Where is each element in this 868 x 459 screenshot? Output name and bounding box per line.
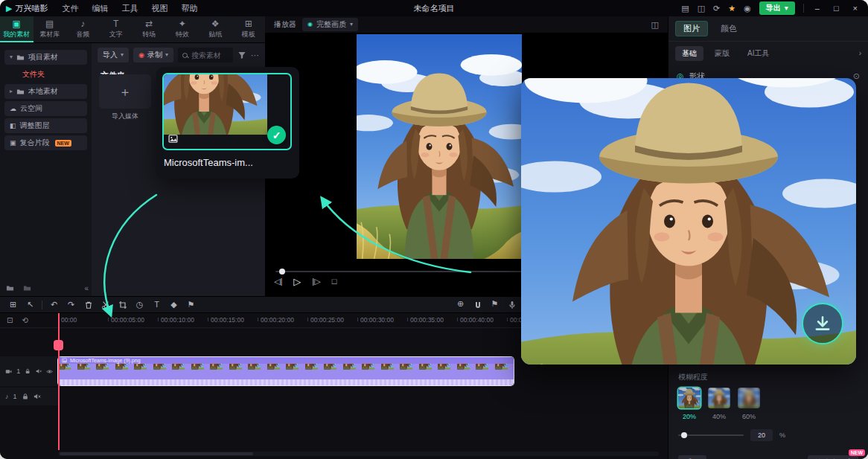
- timeline-scrollbar[interactable]: [58, 452, 659, 456]
- stop-icon[interactable]: □: [332, 277, 337, 286]
- maximize-button[interactable]: □: [831, 4, 842, 13]
- collapse-sidebar-icon[interactable]: «: [84, 285, 89, 292]
- blur-preset-20[interactable]: [678, 388, 701, 408]
- delete-folder-icon[interactable]: [23, 284, 31, 292]
- tab-label: 模板: [242, 30, 255, 39]
- sticker-icon: ❖: [211, 19, 220, 28]
- tab-color[interactable]: 颜色: [712, 21, 745, 36]
- import-media-tile[interactable]: ＋: [99, 74, 151, 109]
- mute-icon[interactable]: [36, 367, 42, 375]
- ruler-gutter: ⊡ ⟲: [0, 313, 58, 327]
- track-options-icon[interactable]: ⊡: [7, 317, 13, 324]
- undo-icon[interactable]: ↶: [45, 301, 63, 309]
- select-tool-icon[interactable]: ↖: [22, 301, 39, 309]
- clip-name: MicrosoftTeams-image (9).png: [70, 358, 141, 363]
- menu-file[interactable]: 文件: [55, 3, 85, 14]
- blur-preset-60[interactable]: [738, 388, 760, 408]
- tab-effects[interactable]: ✦特效: [166, 16, 200, 42]
- text-tool-icon[interactable]: T: [148, 301, 165, 309]
- mute-icon[interactable]: [33, 393, 41, 400]
- record-icon: ◉: [138, 52, 144, 59]
- import-label: 导入: [103, 50, 118, 60]
- sidebar-item-local-media[interactable]: ▸ 本地素材: [4, 84, 87, 99]
- tab-transitions[interactable]: ⇄转场: [133, 16, 166, 42]
- delete-icon[interactable]: [80, 300, 97, 309]
- menu-edit[interactable]: 编辑: [85, 3, 115, 14]
- imported-media-card[interactable]: ✓ MicrosoftTeams-im...: [156, 67, 299, 179]
- sidebar-item-project-media[interactable]: ▾ 项目素材: [4, 50, 87, 65]
- add-marker-icon[interactable]: ⊕: [452, 300, 469, 309]
- import-button[interactable]: 导入 ▾: [98, 48, 129, 62]
- tab-stock-media[interactable]: ▤素材库: [33, 16, 67, 42]
- playhead-handle[interactable]: [54, 340, 63, 350]
- scrollbar-thumb[interactable]: [60, 452, 253, 455]
- sidebar-item-adjustment-layer[interactable]: ◧ 调整图层: [4, 118, 87, 133]
- tab-image[interactable]: 图片: [675, 21, 708, 36]
- next-frame-icon[interactable]: |▷: [312, 277, 320, 286]
- lock-icon[interactable]: [25, 367, 31, 375]
- eye-icon[interactable]: [46, 367, 53, 376]
- sidebar-item-folder-selected[interactable]: 文件夹: [4, 67, 87, 82]
- subtab-basic[interactable]: 基础: [675, 46, 703, 61]
- subtab-mask[interactable]: 蒙版: [708, 46, 736, 61]
- close-button[interactable]: ×: [850, 4, 861, 13]
- snap-magnet-icon[interactable]: [469, 300, 486, 309]
- tab-text[interactable]: T文字: [100, 16, 133, 42]
- subtab-more-icon[interactable]: ›: [859, 50, 861, 57]
- reset-button[interactable]: 重置: [678, 455, 706, 459]
- export-label: 导出: [766, 3, 781, 13]
- timeline-clip[interactable]: MicrosoftTeams-image (9).png: [58, 357, 514, 385]
- sidebar-item-label: 调整图层: [20, 121, 50, 131]
- menu-view[interactable]: 视图: [144, 3, 174, 14]
- menu-help[interactable]: 帮助: [174, 3, 204, 14]
- more-options-icon[interactable]: ⋯: [251, 51, 259, 60]
- rewind-icon[interactable]: ⟲: [22, 317, 28, 324]
- media-thumbnail[interactable]: ✓: [162, 73, 292, 150]
- tab-my-media[interactable]: ▣我的素材: [0, 16, 33, 42]
- quality-dropdown[interactable]: ◉ 完整画质 ▾: [302, 18, 358, 31]
- blur-slider[interactable]: [678, 434, 744, 436]
- lock-icon[interactable]: [22, 393, 29, 400]
- keyframe-icon[interactable]: ◆: [165, 301, 182, 309]
- crop-icon[interactable]: [114, 300, 131, 309]
- manage-tracks-icon[interactable]: ⊞: [4, 301, 22, 309]
- record-button[interactable]: ◉ 录制 ▾: [133, 48, 173, 62]
- speed-icon[interactable]: ◷: [131, 301, 148, 309]
- flag-icon[interactable]: ⚑: [486, 300, 503, 309]
- previous-frame-icon[interactable]: ◁|: [274, 277, 282, 286]
- snapshot-icon[interactable]: ◫: [651, 21, 659, 29]
- minimize-button[interactable]: –: [812, 4, 823, 13]
- caret-down-icon: ▾: [121, 52, 124, 58]
- tab-label: 文字: [109, 30, 123, 39]
- caret-down-icon: ▾: [165, 52, 168, 58]
- keyframe-tracking-button[interactable]: 关键帧跟踪 NEW: [808, 455, 858, 459]
- sidebar-item-cloud[interactable]: ☁ 云空间: [4, 101, 87, 116]
- marker-icon[interactable]: ⚑: [182, 301, 200, 309]
- scrubber-handle[interactable]: [279, 269, 285, 275]
- blur-preset-40[interactable]: [708, 388, 730, 408]
- tab-stickers[interactable]: ❖贴纸: [199, 16, 232, 42]
- export-button[interactable]: 导出 ▾: [759, 1, 795, 15]
- tab-templates[interactable]: ⊞模板: [232, 16, 266, 42]
- membership-icon[interactable]: ★: [728, 4, 735, 13]
- workspace-layout-icon[interactable]: ▤: [681, 4, 689, 13]
- redo-icon[interactable]: ↷: [63, 301, 80, 309]
- filter-icon[interactable]: [237, 51, 246, 60]
- download-button[interactable]: [802, 303, 843, 344]
- account-icon[interactable]: ◉: [744, 4, 751, 13]
- sidebar-item-compound-clip[interactable]: ▣ 复合片段 NEW: [4, 135, 87, 150]
- new-folder-icon[interactable]: [6, 284, 14, 292]
- voiceover-mic-icon[interactable]: [503, 300, 520, 309]
- snapshot-panel-icon[interactable]: ◫: [698, 4, 705, 13]
- target-icon[interactable]: ⊙: [853, 72, 860, 80]
- split-icon[interactable]: [97, 300, 114, 309]
- blur-slider-handle[interactable]: [681, 432, 687, 438]
- menu-tools[interactable]: 工具: [115, 3, 144, 14]
- sync-icon[interactable]: ⟳: [713, 4, 720, 13]
- tab-audio[interactable]: ♪音频: [66, 16, 100, 42]
- quality-dot-icon: ◉: [307, 22, 313, 28]
- search-input[interactable]: [191, 51, 229, 60]
- subtab-ai-tools[interactable]: AI工具: [741, 46, 776, 61]
- blur-value-input[interactable]: 20: [750, 429, 773, 441]
- play-icon[interactable]: ▷: [293, 277, 301, 286]
